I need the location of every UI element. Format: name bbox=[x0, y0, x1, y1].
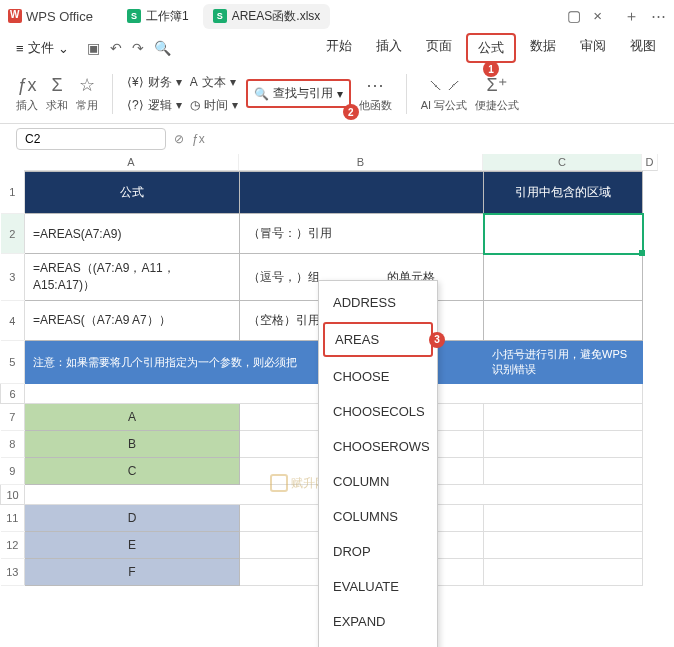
app-name: WPS Office bbox=[26, 9, 93, 24]
cell[interactable] bbox=[484, 505, 643, 532]
minimize-icon[interactable]: ▢ bbox=[567, 7, 581, 26]
search-icon[interactable]: 🔍 bbox=[154, 40, 171, 56]
dropdown-item-expand[interactable]: EXPAND bbox=[319, 604, 437, 639]
col-header-d[interactable]: D bbox=[642, 154, 658, 171]
cell[interactable]: A bbox=[25, 404, 240, 431]
file-tab-workbook1[interactable]: S 工作簿1 bbox=[117, 4, 199, 29]
row-header[interactable]: 10 bbox=[1, 485, 25, 505]
row-header[interactable]: 6 bbox=[1, 384, 25, 404]
more-icon: ⋯ bbox=[366, 74, 384, 96]
quick-formula-button[interactable]: Σ⁺便捷公式 bbox=[475, 74, 519, 113]
label: 插入 bbox=[16, 98, 38, 113]
cell[interactable] bbox=[484, 559, 643, 586]
cell[interactable]: =AREAS(（A7:A9 A7）） bbox=[25, 301, 240, 341]
dropdown-item-evaluate[interactable]: EVALUATE bbox=[319, 569, 437, 604]
col-header-b[interactable]: B bbox=[239, 154, 483, 171]
ai-formula-button[interactable]: ⟍⟋AI 写公式 bbox=[421, 75, 467, 113]
dropdown-item-choose[interactable]: CHOOSE bbox=[319, 359, 437, 394]
dropdown-item-drop[interactable]: DROP bbox=[319, 534, 437, 569]
lookup-dropdown: ADDRESS AREAS 3 CHOOSE CHOOSECOLS CHOOSE… bbox=[318, 280, 438, 647]
label: 逻辑 bbox=[148, 97, 172, 114]
dropdown-item-address[interactable]: ADDRESS bbox=[319, 285, 437, 320]
search-icon: 🔍 bbox=[254, 87, 269, 101]
tab-review[interactable]: 审阅 bbox=[570, 33, 616, 63]
row-header[interactable]: 13 bbox=[1, 559, 25, 586]
other-fn-button[interactable]: ⋯他函数 bbox=[359, 74, 392, 113]
dropdown-item-chooserows[interactable]: CHOOSEROWS bbox=[319, 429, 437, 464]
finance-button[interactable]: ⟨¥⟩财务▾ bbox=[127, 74, 182, 91]
col-header-a[interactable]: A bbox=[24, 154, 239, 171]
cell[interactable]: B bbox=[25, 431, 240, 458]
common-button[interactable]: ☆常用 bbox=[76, 74, 98, 113]
fx-icon[interactable]: ƒx bbox=[192, 132, 205, 146]
tab-formula[interactable]: 公式 1 bbox=[466, 33, 516, 63]
cancel-icon[interactable]: ⊘ bbox=[174, 132, 184, 146]
row-header[interactable]: 5 bbox=[1, 341, 25, 384]
cell[interactable]: =AREAS(A7:A9) bbox=[25, 214, 240, 254]
save-icon[interactable]: ▣ bbox=[87, 40, 100, 56]
cell[interactable]: E bbox=[25, 532, 240, 559]
row-header[interactable]: 7 bbox=[1, 404, 25, 431]
dropdown-item-fieldvalue[interactable]: FIELDVALUE bbox=[319, 639, 437, 647]
file-tab-areas[interactable]: S AREAS函数.xlsx bbox=[203, 4, 331, 29]
row-header[interactable]: 4 bbox=[1, 301, 25, 341]
col-header-c[interactable]: C bbox=[483, 154, 642, 171]
text-button[interactable]: A文本▾ bbox=[190, 74, 238, 91]
title-bar: WPS Office S 工作簿1 S AREAS函数.xlsx ▢ × ＋ ⋯ bbox=[0, 0, 674, 32]
note-cell[interactable]: 小括号进行引用，避免WPS识别错误 bbox=[484, 341, 643, 384]
sheet-icon: S bbox=[213, 9, 227, 23]
more-icon[interactable]: ⋯ bbox=[651, 7, 666, 26]
redo-icon[interactable]: ↷ bbox=[132, 40, 144, 56]
row-header[interactable]: 11 bbox=[1, 505, 25, 532]
tab-insert[interactable]: 插入 bbox=[366, 33, 412, 63]
lookup-ref-button[interactable]: 🔍 查找与引用 ▾ 2 bbox=[246, 79, 351, 108]
cell[interactable]: =AREAS（(A7:A9，A11，A15:A17)） bbox=[25, 254, 240, 301]
label: 时间 bbox=[204, 97, 228, 114]
cell[interactable]: D bbox=[25, 505, 240, 532]
tab-view[interactable]: 视图 bbox=[620, 33, 666, 63]
header-cell[interactable]: 公式 bbox=[25, 172, 240, 214]
name-box[interactable] bbox=[16, 128, 166, 150]
window-controls: ▢ × ＋ ⋯ bbox=[567, 7, 666, 26]
row-header[interactable]: 1 bbox=[1, 172, 25, 214]
row-header[interactable]: 12 bbox=[1, 532, 25, 559]
selected-cell[interactable] bbox=[484, 214, 643, 254]
cell[interactable] bbox=[484, 301, 643, 341]
cell[interactable]: C bbox=[25, 458, 240, 485]
row-header[interactable]: 3 bbox=[1, 254, 25, 301]
file-menu[interactable]: ≡ 文件 ⌄ bbox=[8, 35, 77, 61]
chevron-down-icon: ▾ bbox=[337, 87, 343, 101]
cell[interactable] bbox=[484, 458, 643, 485]
insert-fn-button[interactable]: ƒx插入 bbox=[16, 75, 38, 113]
logic-button[interactable]: ⟨?⟩逻辑▾ bbox=[127, 97, 182, 114]
time-button[interactable]: ◷时间▾ bbox=[190, 97, 238, 114]
sum-button[interactable]: Σ求和 bbox=[46, 75, 68, 113]
close-icon[interactable]: × bbox=[593, 7, 602, 26]
dropdown-item-columns[interactable]: COLUMNS bbox=[319, 499, 437, 534]
header-cell[interactable] bbox=[240, 172, 484, 214]
cell[interactable] bbox=[484, 431, 643, 458]
cell[interactable]: （冒号：）引用 bbox=[240, 214, 484, 254]
dropdown-item-choosecols[interactable]: CHOOSECOLS bbox=[319, 394, 437, 429]
chevron-down-icon: ▾ bbox=[176, 98, 182, 112]
header-cell[interactable]: 引用中包含的区域 bbox=[484, 172, 643, 214]
cell[interactable] bbox=[484, 532, 643, 559]
tab-data[interactable]: 数据 bbox=[520, 33, 566, 63]
dropdown-item-areas[interactable]: AREAS 3 bbox=[323, 322, 433, 357]
tab-start[interactable]: 开始 bbox=[316, 33, 362, 63]
undo-icon[interactable]: ↶ bbox=[110, 40, 122, 56]
row-header[interactable]: 9 bbox=[1, 458, 25, 485]
dropdown-item-column[interactable]: COLUMN bbox=[319, 464, 437, 499]
new-tab-icon[interactable]: ＋ bbox=[624, 7, 639, 26]
row-header[interactable]: 2 bbox=[1, 214, 25, 254]
tab-page[interactable]: 页面 bbox=[416, 33, 462, 63]
chevron-down-icon: ▾ bbox=[176, 75, 182, 89]
wps-icon bbox=[8, 9, 22, 23]
cell[interactable]: F bbox=[25, 559, 240, 586]
row-header[interactable]: 8 bbox=[1, 431, 25, 458]
cell[interactable] bbox=[484, 254, 643, 301]
fx-controls: ⊘ ƒx bbox=[174, 132, 205, 146]
sigma-icon: Σ bbox=[51, 75, 62, 96]
sigma-plus-icon: Σ⁺ bbox=[487, 74, 508, 96]
cell[interactable] bbox=[484, 404, 643, 431]
